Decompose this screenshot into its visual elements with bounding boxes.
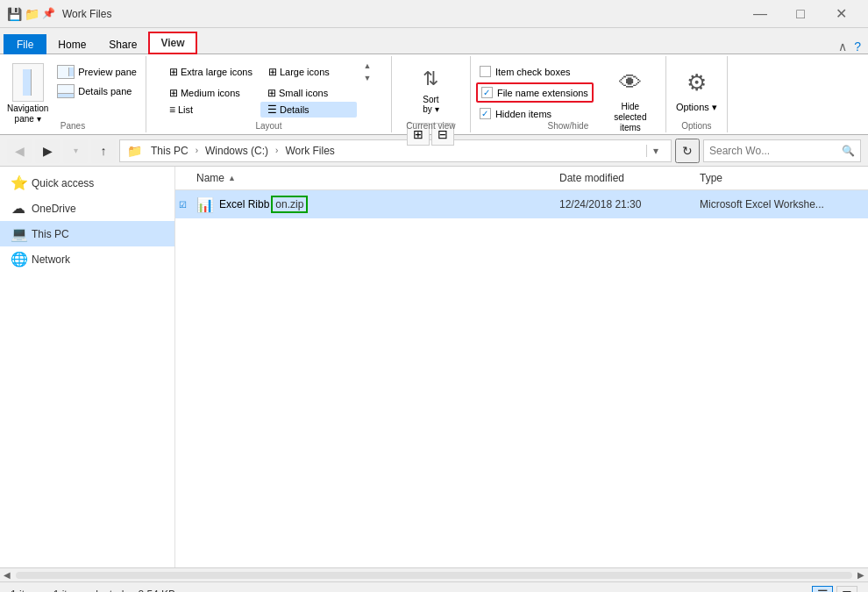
large-icons-view-toggle[interactable]: ⊞: [836, 586, 857, 593]
hidden-items-option[interactable]: ✓ Hidden items: [476, 105, 594, 122]
close-button[interactable]: ✕: [821, 0, 861, 28]
sort-by-label: Sortby ▾: [423, 95, 438, 114]
scrollbar-right-arrow[interactable]: ▶: [854, 568, 868, 582]
current-view-group-label: Current view: [392, 121, 470, 131]
tab-share[interactable]: Share: [97, 34, 148, 54]
address-path: This PC › Windows (C:) › Work Files: [147, 143, 338, 159]
status-bar: 1 item 1 item selected 8.54 KB ☰ ⊞: [0, 581, 868, 592]
pin-icon[interactable]: 📌: [42, 7, 55, 21]
window-controls: — □ ✕: [740, 0, 861, 28]
path-separator-1: ›: [196, 146, 198, 155]
work-files-path[interactable]: Work Files: [281, 143, 338, 159]
quick-access-icon: ⭐: [11, 175, 26, 191]
search-icon: 🔍: [842, 145, 855, 157]
scrollbar-left-arrow[interactable]: ◀: [0, 568, 14, 582]
item-check-boxes-label: Item check boxes: [495, 67, 571, 77]
options-group-label: Options: [666, 121, 727, 131]
selected-count: 1 item selected: [53, 588, 125, 593]
forward-button[interactable]: ▶: [35, 139, 60, 163]
file-name-text: Excel Ribb: [219, 198, 269, 210]
file-size: 8.54 KB: [138, 588, 175, 593]
this-pc-path[interactable]: This PC: [147, 143, 192, 159]
details-view-toggle[interactable]: ☰: [812, 586, 833, 593]
ribbon-group-layout: ⊞ Extra large icons ⊞ Large icons ▲ ▼ ⊞: [146, 56, 392, 132]
back-button[interactable]: ◀: [7, 139, 32, 163]
sidebar-item-this-pc[interactable]: 💻 This PC: [0, 221, 174, 246]
file-ext-box[interactable]: on.zip: [271, 196, 308, 213]
options-button[interactable]: ⚙ Options ▾: [672, 60, 721, 117]
title-bar: 💾 📁 📌 Work Files — □ ✕: [0, 0, 868, 28]
sort-by-button[interactable]: ⇅ Sortby ▾: [409, 60, 452, 118]
sidebar-item-onedrive[interactable]: ☁ OneDrive: [0, 196, 174, 221]
item-check-boxes-option[interactable]: Item check boxes: [476, 63, 594, 80]
preview-pane-label: Preview pane: [78, 67, 137, 77]
pane-small-buttons: Preview pane Details pane: [53, 60, 140, 100]
tab-view[interactable]: View: [148, 32, 196, 54]
hidden-items-checkbox[interactable]: ✓: [480, 108, 491, 119]
col-header-type[interactable]: Type: [693, 167, 868, 189]
show-hide-group-label: Show/hide: [471, 121, 665, 131]
list-button[interactable]: ≡ List: [162, 102, 259, 118]
search-box[interactable]: 🔍: [703, 139, 861, 162]
item-count: 1 item: [11, 588, 39, 593]
sort-arrow-name: ▲: [228, 174, 236, 182]
refresh-button[interactable]: ↻: [675, 139, 700, 163]
col-header-date[interactable]: Date modified: [552, 167, 693, 189]
this-pc-icon: 💻: [11, 225, 26, 242]
address-input[interactable]: 📁 This PC › Windows (C:) › Work Files ▾: [119, 139, 672, 162]
options-button-label: Options ▾: [676, 102, 717, 113]
status-left: 1 item 1 item selected 8.54 KB: [11, 588, 812, 593]
search-input[interactable]: [709, 145, 842, 157]
maximize-button[interactable]: □: [780, 0, 821, 28]
small-icons-button[interactable]: ⊞ Small icons: [260, 85, 357, 101]
help-icon[interactable]: ?: [854, 39, 861, 53]
address-dropdown-button[interactable]: ▾: [646, 145, 664, 157]
file-name-extensions-checkbox[interactable]: ✓: [481, 87, 493, 98]
main-layout: ⭐ Quick access ☁ OneDrive 💻 This PC 🌐 Ne…: [0, 167, 868, 567]
tab-file[interactable]: File: [4, 34, 46, 54]
scrollbar-track[interactable]: [16, 572, 852, 579]
preview-pane-button[interactable]: Preview pane: [53, 63, 140, 81]
ribbon-group-options: ⚙ Options ▾ Options: [666, 56, 728, 132]
panes-group-label: Panes: [0, 121, 146, 131]
file-icon: 📊: [196, 196, 214, 213]
tab-home[interactable]: Home: [46, 34, 97, 54]
recent-locations-button[interactable]: ▾: [63, 139, 88, 163]
extra-large-icons-button[interactable]: ⊞ Extra large icons: [162, 60, 260, 84]
file-date: 12/24/2018 21:30: [552, 193, 693, 216]
file-list-header: Name ▲ Date modified Type: [175, 167, 868, 190]
sidebar: ⭐ Quick access ☁ OneDrive 💻 This PC 🌐 Ne…: [0, 167, 175, 567]
ribbon-tabs: File Home Share View ∧ ?: [0, 28, 868, 54]
details-pane-label: Details pane: [78, 86, 132, 96]
minimize-button[interactable]: —: [740, 0, 780, 28]
details-button[interactable]: ☰ Details: [260, 102, 357, 118]
item-check-boxes-checkbox[interactable]: [480, 66, 491, 77]
windows-c-path[interactable]: Windows (C:): [202, 143, 272, 159]
path-separator-2: ›: [275, 146, 278, 155]
col-header-name[interactable]: Name ▲: [189, 167, 552, 189]
medium-icons-button[interactable]: ⊞ Medium icons: [162, 85, 259, 101]
layout-group-label: Layout: [146, 121, 391, 131]
file-name-extensions-option[interactable]: ✓ File name extensions: [476, 82, 594, 103]
ribbon-collapse-icon[interactable]: ∧: [838, 39, 847, 53]
navigation-pane-button[interactable]: Navigationpane ▾: [5, 60, 50, 128]
layout-scroll-down[interactable]: ▼: [361, 72, 374, 84]
save-icon[interactable]: 💾: [7, 7, 21, 21]
file-row[interactable]: ☑ 📊 Excel Ribb on.zip 12/24/2018 21:30 M…: [175, 190, 868, 218]
this-pc-label: This PC: [32, 228, 69, 240]
file-list: Name ▲ Date modified Type ☑ 📊 Excel Ribb…: [175, 167, 868, 567]
details-pane-button[interactable]: Details pane: [53, 82, 140, 100]
window-title: Work Files: [62, 8, 740, 20]
onedrive-icon: ☁: [11, 200, 26, 217]
sidebar-item-network[interactable]: 🌐 Network: [0, 246, 174, 272]
large-icons-button[interactable]: ⊞ Large icons: [261, 60, 358, 84]
ribbon: Navigationpane ▾ Preview pane Details pa…: [0, 54, 868, 135]
ribbon-group-current-view: ⇅ Sortby ▾ ⊞ ⊟ Current view: [392, 56, 471, 132]
sidebar-item-quick-access[interactable]: ⭐ Quick access: [0, 170, 174, 196]
up-button[interactable]: ↑: [91, 139, 116, 163]
layout-scroll-up[interactable]: ▲: [361, 60, 374, 72]
folder-icon[interactable]: 📁: [25, 7, 39, 21]
file-name-extensions-label: File name extensions: [497, 88, 588, 98]
hidden-items-label: Hidden items: [495, 109, 551, 119]
scrollbar-area: ◀ ▶: [0, 567, 868, 581]
